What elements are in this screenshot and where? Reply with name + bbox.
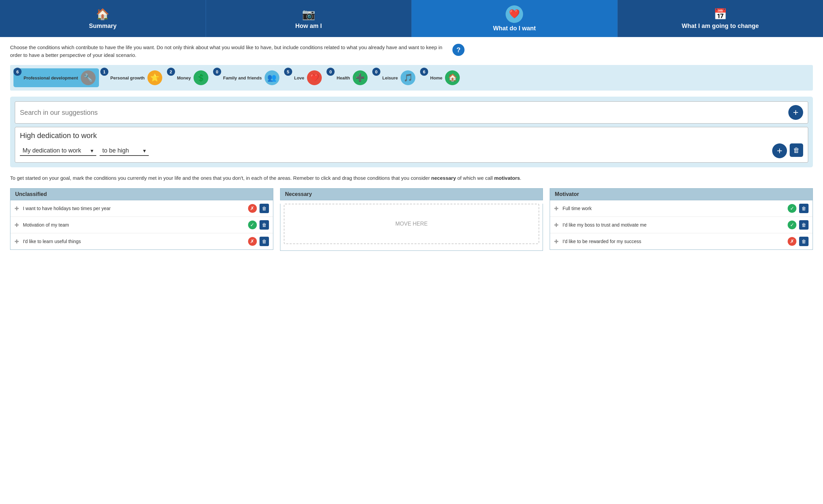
search-add-button[interactable]: + bbox=[788, 105, 803, 120]
category-badge-health: 0 bbox=[327, 68, 335, 76]
drag-handle-icon[interactable]: ✚ bbox=[554, 238, 558, 245]
status-icon-green[interactable]: ✓ bbox=[248, 221, 257, 229]
condition-row: High dedication to work My dedication to… bbox=[15, 127, 808, 163]
nav-how-am-i[interactable]: 📷 How am I bbox=[206, 0, 412, 37]
category-icon-love: ❤️ bbox=[307, 70, 322, 85]
instructions-bold2: motivators bbox=[494, 175, 520, 181]
trash-button[interactable]: 🗑 bbox=[799, 220, 809, 230]
search-row: + bbox=[15, 101, 808, 124]
intro-section: Choose the conditions which contribute t… bbox=[10, 44, 465, 59]
status-icon-red[interactable]: ✗ bbox=[248, 237, 257, 246]
category-icon-family: 👥 bbox=[265, 70, 279, 85]
category-icon-leisure: 🎵 bbox=[401, 70, 415, 85]
status-icon-green[interactable]: ✓ bbox=[788, 221, 796, 229]
category-personal[interactable]: 1 Personal growth ⭐ bbox=[100, 68, 166, 87]
unclassified-body: ✚ I want to have holidays two times per … bbox=[10, 200, 273, 250]
help-button[interactable]: ? bbox=[452, 44, 465, 56]
nav-change[interactable]: 📅 What I am going to change bbox=[618, 0, 823, 37]
drag-handle-icon[interactable]: ✚ bbox=[14, 222, 19, 228]
drag-handle-icon[interactable]: ✚ bbox=[554, 205, 558, 212]
instructions-bold1: necessary bbox=[431, 175, 456, 181]
status-icon-green[interactable]: ✓ bbox=[788, 204, 796, 213]
trash-button[interactable]: 🗑 bbox=[799, 204, 809, 213]
calendar-icon: 📅 bbox=[714, 8, 727, 21]
instructions-text-after: . bbox=[520, 175, 521, 181]
list-item: ✚ Full time work ✓ 🗑 bbox=[550, 200, 813, 217]
instructions-text-before: To get started on your goal, mark the co… bbox=[10, 175, 431, 181]
status-icon-red[interactable]: ✗ bbox=[248, 204, 257, 213]
list-item: ✚ I want to have holidays two times per … bbox=[10, 200, 273, 217]
category-badge-family: 0 bbox=[213, 68, 221, 76]
category-label-health: Health bbox=[330, 75, 350, 80]
category-icon-home: 🏠 bbox=[445, 70, 460, 85]
camera-icon: 📷 bbox=[302, 8, 315, 21]
search-input[interactable] bbox=[20, 109, 788, 116]
category-family[interactable]: 0 Family and friends 👥 bbox=[213, 68, 283, 87]
main-content: Choose the conditions which contribute t… bbox=[0, 37, 823, 258]
item-text: Motivation of my team bbox=[23, 222, 245, 228]
instructions-text-mid: of which we call bbox=[456, 175, 494, 181]
drag-handle-icon[interactable]: ✚ bbox=[554, 222, 558, 228]
predicate-select[interactable]: to be high to be medium to be low bbox=[100, 146, 149, 156]
category-badge-money: 2 bbox=[167, 68, 175, 76]
subject-select[interactable]: My dedication to work My commitment to w… bbox=[20, 146, 96, 156]
list-item: ✚ I'd like to be rewarded for my success… bbox=[550, 233, 813, 249]
condition-add-button[interactable]: + bbox=[772, 143, 787, 158]
category-love[interactable]: 5 Love ❤️ bbox=[284, 68, 325, 87]
necessary-header: Necessary bbox=[280, 188, 543, 200]
unclassified-header: Unclassified bbox=[10, 188, 273, 200]
trash-button[interactable]: 🗑 bbox=[799, 237, 809, 246]
trash-button[interactable]: 🗑 bbox=[260, 220, 269, 230]
category-badge-personal: 1 bbox=[100, 68, 108, 76]
category-badge-professional: 6 bbox=[13, 68, 22, 76]
trash-button[interactable]: 🗑 bbox=[260, 204, 269, 213]
nav-what-do-i-want[interactable]: ❤️ What do I want bbox=[412, 0, 618, 37]
category-leisure[interactable]: 0 Leisure 🎵 bbox=[372, 68, 419, 87]
predicate-select-wrapper: to be high to be medium to be low ▼ bbox=[100, 146, 149, 156]
columns-section: Unclassified ✚ I want to have holidays t… bbox=[10, 188, 813, 251]
item-text: Full time work bbox=[562, 206, 785, 211]
motivator-body: ✚ Full time work ✓ 🗑 ✚ I'd like my boss … bbox=[550, 200, 813, 250]
category-home[interactable]: 6 Home 🏠 bbox=[420, 68, 463, 87]
list-item: ✚ I'd like to learn useful things ✗ 🗑 bbox=[10, 233, 273, 249]
nav-how-label: How am I bbox=[295, 23, 322, 30]
unclassified-column: Unclassified ✚ I want to have holidays t… bbox=[10, 188, 273, 250]
drag-handle-icon[interactable]: ✚ bbox=[14, 205, 19, 212]
category-icon-money: 💲 bbox=[194, 70, 208, 85]
list-item: ✚ I'd like my boss to trust and motivate… bbox=[550, 217, 813, 233]
home-icon: 🏠 bbox=[96, 8, 109, 21]
condition-title: High dedication to work bbox=[20, 131, 803, 140]
category-label-love: Love bbox=[287, 75, 304, 80]
category-money[interactable]: 2 Money 💲 bbox=[167, 68, 212, 87]
subject-select-wrapper: My dedication to work My commitment to w… bbox=[20, 146, 96, 156]
category-health[interactable]: 0 Health ➕ bbox=[327, 68, 371, 87]
necessary-column: Necessary MOVE HERE bbox=[280, 188, 543, 251]
status-icon-red[interactable]: ✗ bbox=[788, 237, 796, 246]
category-label-leisure: Leisure bbox=[376, 75, 398, 80]
drag-handle-icon[interactable]: ✚ bbox=[14, 238, 19, 245]
category-professional[interactable]: 6 Professional development 🔧 bbox=[13, 68, 99, 87]
move-here-placeholder[interactable]: MOVE HERE bbox=[284, 204, 540, 244]
condition-delete-button[interactable]: 🗑 bbox=[790, 143, 803, 157]
motivator-header: Motivator bbox=[550, 188, 813, 200]
item-text: I'd like to learn useful things bbox=[23, 239, 245, 244]
list-item: ✚ Motivation of my team ✓ 🗑 bbox=[10, 217, 273, 233]
nav-summary-label: Summary bbox=[89, 23, 116, 30]
category-label-personal: Personal growth bbox=[104, 75, 145, 80]
category-icon-health: ➕ bbox=[353, 70, 368, 85]
heart-icon: ❤️ bbox=[506, 5, 523, 23]
instructions: To get started on your goal, mark the co… bbox=[10, 174, 813, 182]
motivator-column: Motivator ✚ Full time work ✓ 🗑 ✚ I'd lik… bbox=[550, 188, 813, 250]
nav-change-label: What I am going to change bbox=[682, 23, 759, 30]
item-text: I'd like my boss to trust and motivate m… bbox=[562, 222, 785, 228]
category-label-professional: Professional development bbox=[17, 75, 78, 80]
necessary-body[interactable]: MOVE HERE bbox=[280, 204, 543, 251]
nav-summary[interactable]: 🏠 Summary bbox=[0, 0, 206, 37]
category-label-money: Money bbox=[170, 75, 191, 80]
trash-button[interactable]: 🗑 bbox=[260, 237, 269, 246]
item-text: I'd like to be rewarded for my success bbox=[562, 239, 785, 244]
nav-want-label: What do I want bbox=[493, 25, 536, 32]
item-text: I want to have holidays two times per ye… bbox=[23, 206, 245, 211]
category-icon-personal: ⭐ bbox=[147, 70, 162, 85]
category-badge-home: 6 bbox=[420, 68, 428, 76]
